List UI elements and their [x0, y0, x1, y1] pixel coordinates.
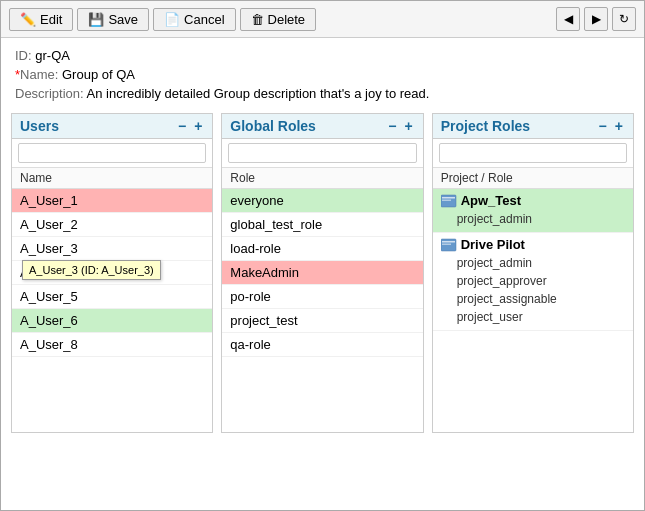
list-item[interactable]: load-role: [222, 237, 422, 261]
list-item[interactable]: MakeAdmin: [222, 261, 422, 285]
project-header: Drive Pilot: [441, 237, 625, 252]
cancel-button[interactable]: 📄 Cancel: [153, 8, 235, 31]
project-role: project_admin: [441, 254, 625, 272]
project-roles-plus-button[interactable]: +: [613, 118, 625, 134]
users-column-header: Users − +: [12, 114, 212, 139]
id-row: ID: gr-QA: [15, 48, 630, 63]
users-list: A_User_1 A_User_2 A_User_3 A_User_3 (ID:…: [12, 189, 212, 432]
nav-next-button[interactable]: ▶: [584, 7, 608, 31]
delete-button[interactable]: 🗑 Delete: [240, 8, 317, 31]
name-value-text: Group of QA: [62, 67, 135, 82]
id-label: ID:: [15, 48, 32, 63]
users-column: Users − + Name A_User_1 A_User_2 A_User_…: [11, 113, 213, 433]
name-row: *Name: Group of QA: [15, 67, 630, 82]
description-label: Description:: [15, 86, 84, 101]
users-minus-button[interactable]: −: [176, 118, 188, 134]
nav-prev-button[interactable]: ◀: [556, 7, 580, 31]
save-icon: 💾: [88, 12, 104, 27]
list-item[interactable]: A_User_3 A_User_3 (ID: A_User_3): [12, 237, 212, 261]
project-icon: [441, 194, 457, 208]
project-item[interactable]: Drive Pilot project_admin project_approv…: [433, 233, 633, 331]
list-item[interactable]: A_User_5: [12, 285, 212, 309]
project-name: Drive Pilot: [461, 237, 525, 252]
list-item[interactable]: project_test: [222, 309, 422, 333]
list-item[interactable]: A_User_6: [12, 309, 212, 333]
svg-rect-2: [442, 199, 451, 201]
users-column-title: Users: [20, 118, 172, 134]
info-section: ID: gr-QA *Name: Group of QA Description…: [1, 38, 644, 107]
users-col-header: Name: [12, 168, 212, 189]
project-role: project_admin: [441, 210, 625, 228]
project-roles-column-title: Project Roles: [441, 118, 593, 134]
project-roles-search-area: [433, 139, 633, 168]
global-roles-col-header: Role: [222, 168, 422, 189]
list-item[interactable]: po-role: [222, 285, 422, 309]
global-roles-column-title: Global Roles: [230, 118, 382, 134]
project-name: Apw_Test: [461, 193, 521, 208]
project-icon: [441, 238, 457, 252]
project-roles-col-header: Project / Role: [433, 168, 633, 189]
refresh-button[interactable]: ↻: [612, 7, 636, 31]
project-roles-minus-button[interactable]: −: [597, 118, 609, 134]
global-roles-column: Global Roles − + Role everyone global_te…: [221, 113, 423, 433]
project-roles-list: Apw_Test project_admin Drive Pilot proje…: [433, 189, 633, 432]
edit-icon: ✏️: [20, 12, 36, 27]
toolbar: ✏️ Edit 💾 Save 📄 Cancel 🗑 Delete ◀ ▶ ↻: [1, 1, 644, 38]
project-role: project_approver: [441, 272, 625, 290]
project-item[interactable]: Apw_Test project_admin: [433, 189, 633, 233]
project-role: project_assignable: [441, 290, 625, 308]
svg-rect-1: [442, 197, 455, 199]
global-roles-list: everyone global_test_role load-role Make…: [222, 189, 422, 432]
delete-icon: 🗑: [251, 12, 264, 27]
global-roles-search-input[interactable]: [228, 143, 416, 163]
project-header: Apw_Test: [441, 193, 625, 208]
description-row: Description: An incredibly detailed Grou…: [15, 86, 630, 101]
edit-button[interactable]: ✏️ Edit: [9, 8, 73, 31]
svg-rect-4: [442, 241, 455, 243]
project-roles-search-input[interactable]: [439, 143, 627, 163]
users-search-area: [12, 139, 212, 168]
name-label: Name:: [20, 67, 58, 82]
description-text: An incredibly detailed Group description…: [87, 86, 430, 101]
list-item[interactable]: A_User_8: [12, 333, 212, 357]
list-item[interactable]: qa-role: [222, 333, 422, 357]
global-roles-column-header: Global Roles − +: [222, 114, 422, 139]
project-role: project_user: [441, 308, 625, 326]
project-roles-column: Project Roles − + Project / Role Apw_Tes…: [432, 113, 634, 433]
users-plus-button[interactable]: +: [192, 118, 204, 134]
svg-rect-5: [442, 243, 451, 245]
tooltip: A_User_3 (ID: A_User_3): [22, 260, 161, 280]
project-roles-column-header: Project Roles − +: [433, 114, 633, 139]
cancel-icon: 📄: [164, 12, 180, 27]
list-item[interactable]: A_User_2: [12, 213, 212, 237]
list-item[interactable]: everyone: [222, 189, 422, 213]
list-item[interactable]: A_User_1: [12, 189, 212, 213]
columns-area: Users − + Name A_User_1 A_User_2 A_User_…: [1, 107, 644, 439]
global-roles-search-area: [222, 139, 422, 168]
global-roles-minus-button[interactable]: −: [386, 118, 398, 134]
users-search-input[interactable]: [18, 143, 206, 163]
list-item[interactable]: global_test_role: [222, 213, 422, 237]
global-roles-plus-button[interactable]: +: [402, 118, 414, 134]
id-value-text: gr-QA: [35, 48, 70, 63]
save-button[interactable]: 💾 Save: [77, 8, 149, 31]
